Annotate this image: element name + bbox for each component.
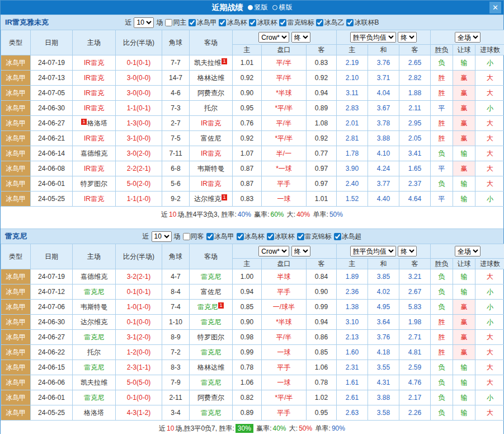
league-filter[interactable]: 冰联杯 xyxy=(267,232,295,241)
avg-win-cell: 1.61 xyxy=(337,375,368,390)
score-cell: 1-3(0-0) xyxy=(116,116,162,131)
date-cell: 24-07-06 xyxy=(31,300,73,315)
league-type-cell: 冰岛甲 xyxy=(1,131,31,146)
same-venue-filter[interactable]: 同客 xyxy=(183,232,204,241)
avg-stage-select[interactable]: 终 xyxy=(398,246,417,256)
summary-segment: 大: xyxy=(285,211,296,218)
handicap-result-cell: 赢 xyxy=(453,300,475,315)
league-filter[interactable]: 雷克锦标 xyxy=(279,18,314,27)
scope-group-header: 全场 xyxy=(431,244,504,259)
away-team-cell: 韦斯特曼 xyxy=(190,161,233,176)
league-checkbox[interactable] xyxy=(279,19,286,26)
league-checkbox[interactable] xyxy=(237,233,244,240)
away-team-cell: 雷克尼 xyxy=(190,269,233,284)
same-venue-filter[interactable]: 同主 xyxy=(165,18,186,27)
scope-select[interactable]: 全场 xyxy=(455,246,481,256)
home-team-cell: 凯夫拉维 xyxy=(73,375,116,390)
corner-cell: 7-3 xyxy=(162,101,190,116)
league-type-cell: 冰岛甲 xyxy=(1,176,31,192)
odds-stage-select[interactable]: 终 xyxy=(291,246,310,256)
league-label: 冰联杯 xyxy=(257,18,277,27)
col-avg-lose-header: 客 xyxy=(399,259,431,269)
handicap-cell: 半球 xyxy=(262,269,307,284)
league-checkbox[interactable] xyxy=(249,19,256,26)
league-checkbox[interactable] xyxy=(219,19,226,26)
avg-lose-cell: 1.65 xyxy=(399,161,431,176)
league-filter[interactable]: 冰岛杯 xyxy=(219,18,247,27)
odds-source-select[interactable]: Crow* xyxy=(258,246,289,256)
league-filter[interactable]: 雷克锦标 xyxy=(297,232,332,241)
league-filter[interactable]: 冰岛超 xyxy=(334,232,362,241)
match-count-select[interactable]: 10 xyxy=(152,231,172,242)
away-team-cell: 雷克尼1 xyxy=(190,300,233,315)
date-cell: 24-06-15 xyxy=(31,360,73,375)
league-type-cell: 冰岛甲 xyxy=(1,360,31,375)
result-cell: 胜 xyxy=(431,315,453,330)
league-checkbox[interactable] xyxy=(267,233,274,240)
odds-stage-select[interactable]: 终 xyxy=(291,32,310,43)
goals-result-cell: 大 xyxy=(475,116,504,131)
league-type-cell: 冰岛甲 xyxy=(1,161,31,176)
away-team-cell: 富佐尼 xyxy=(190,131,233,146)
league-filter[interactable]: 冰联杯B xyxy=(346,18,379,27)
layout-vertical-radio[interactable]: 竖版 xyxy=(248,3,268,12)
match-row: 冰岛甲24-07-12雷克尼0-1(0-1)8-4富佐尼0.94平手0.902.… xyxy=(1,284,504,300)
team-section-away: 雷克尼 近 10 场 同客 冰岛甲冰岛杯冰联杯雷克锦标冰岛超 xyxy=(1,228,503,434)
result-cell: 负 xyxy=(431,146,453,161)
league-filter[interactable]: 冰岛杯 xyxy=(237,232,265,241)
handicap-result-cell: 赢 xyxy=(453,101,475,116)
team-section-header: 雷克尼 近 10 场 同客 冰岛甲冰岛杯冰联杯雷克锦标冰岛超 xyxy=(1,228,503,244)
avg-lose-cell: 4.76 xyxy=(399,375,431,390)
league-filter[interactable]: 冰岛乙 xyxy=(316,18,344,27)
away-odds-cell: 0.86 xyxy=(307,330,337,345)
avg-stage-select[interactable]: 终 xyxy=(398,32,417,43)
avg-draw-cell: 4.40 xyxy=(368,192,399,207)
summary-segment: 大: xyxy=(288,424,298,432)
col-type-header: 类型 xyxy=(1,244,31,269)
handicap-result-cell: 输 xyxy=(453,192,475,207)
avg-lose-cell: 2.59 xyxy=(399,360,431,375)
close-button[interactable]: ✕ xyxy=(489,2,501,13)
same-venue-checkbox[interactable] xyxy=(183,233,190,240)
league-filter[interactable]: 冰岛甲 xyxy=(189,18,216,27)
league-type-cell: 冰岛甲 xyxy=(1,345,31,360)
team-section-header: IR雷克雅未克 近 10 场 同主 冰岛甲冰岛杯冰联杯雷克锦标冰岛乙冰联杯B xyxy=(1,15,503,30)
league-label: 冰岛杯 xyxy=(227,18,247,27)
away-odds-cell: 0.84 xyxy=(307,269,337,284)
league-checkbox[interactable] xyxy=(297,233,304,240)
match-row: 冰岛甲24-06-01雷克尼0-1(0-0)2-11阿费查尔0.82*平/半1.… xyxy=(1,390,504,405)
match-row: 冰岛甲24-06-14嘉德维克3-0(2-0)7-11IR雷克1.07半/一0.… xyxy=(1,146,504,161)
away-odds-cell: 0.89 xyxy=(307,101,337,116)
avg-type-select[interactable]: 胜平负均值 xyxy=(350,32,396,43)
avg-draw-cell: 3.55 xyxy=(368,360,399,375)
col-avg-win-header: 主 xyxy=(337,259,368,269)
date-cell: 24-06-21 xyxy=(31,131,73,146)
corner-cell: 2-11 xyxy=(162,390,190,405)
odds-source-select[interactable]: Crow* xyxy=(258,32,289,43)
league-checkbox[interactable] xyxy=(334,233,341,240)
league-checkbox[interactable] xyxy=(206,233,214,240)
avg-type-select[interactable]: 胜平负均值 xyxy=(350,246,396,256)
handicap-cell: 平/半 xyxy=(262,330,307,345)
avg-lose-cell: 1.88 xyxy=(399,86,431,101)
corner-cell: 6-8 xyxy=(162,161,190,176)
summary-segment: 赢率: xyxy=(255,424,272,432)
score-cell: 1-1(1-0) xyxy=(116,192,162,207)
corner-cell: 1-10 xyxy=(162,315,190,330)
away-odds-cell: 1.02 xyxy=(307,390,337,405)
avg-win-cell: 1.60 xyxy=(337,345,368,360)
league-checkbox[interactable] xyxy=(316,19,323,26)
league-checkbox[interactable] xyxy=(189,19,196,26)
match-count-select[interactable]: 10 xyxy=(134,17,154,28)
scope-select[interactable]: 全场 xyxy=(455,32,481,43)
layout-horizontal-radio[interactable]: 横版 xyxy=(272,3,293,12)
home-team-cell: 雷克尼 xyxy=(73,390,116,405)
league-checkbox[interactable] xyxy=(346,19,354,26)
league-type-cell: 冰岛甲 xyxy=(1,269,31,284)
away-odds-cell: 0.95 xyxy=(307,405,337,421)
same-venue-checkbox[interactable] xyxy=(165,19,172,26)
league-filter[interactable]: 冰联杯 xyxy=(249,18,277,27)
league-filter[interactable]: 冰岛甲 xyxy=(206,232,234,241)
handicap-result-cell: 输 xyxy=(453,55,475,71)
score-cell: 1-0(1-0) xyxy=(116,300,162,315)
